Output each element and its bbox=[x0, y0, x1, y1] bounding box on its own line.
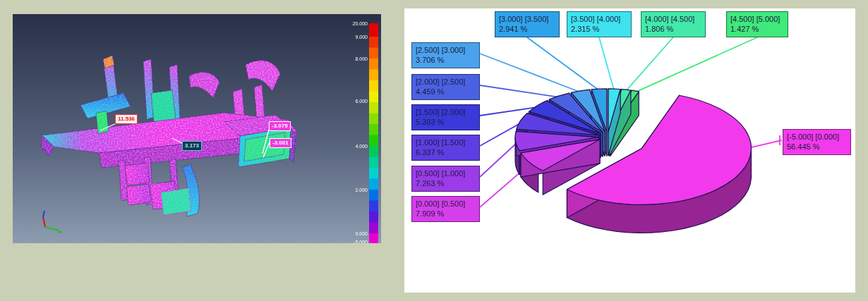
pie-label-range: [0.000] [0.500] bbox=[416, 199, 476, 209]
pie-label-percent: 1.427 % bbox=[730, 24, 784, 34]
deviation-distribution-chart-panel[interactable]: [4.500] [5.000]1.427 %[4.000] [4.500]1.8… bbox=[404, 8, 855, 293]
pie-label-[2.500] [3.000]: [2.500] [3.000]3.706 % bbox=[411, 42, 480, 68]
colorbar-tick-label: 4.000 bbox=[355, 144, 368, 149]
pie-label-percent: 2.941 % bbox=[499, 24, 555, 34]
pie-label-percent: 6.337 % bbox=[416, 147, 476, 157]
colorbar-tick-label: 8.000 bbox=[355, 56, 368, 61]
pie-label-range: [1.500] [2.000] bbox=[416, 107, 476, 117]
pie-label-[2.000] [2.500]: [2.000] [2.500]4.459 % bbox=[411, 74, 480, 100]
colorbar-tick-label: 9.000 bbox=[355, 35, 368, 39]
pie-label-range: [4.500] [5.000] bbox=[730, 14, 784, 24]
deviation-flag-3.173[interactable]: 3.173 bbox=[182, 141, 202, 151]
pie-label-range: [3.500] [4.000] bbox=[571, 14, 627, 24]
scanned-part-canvas: 20.0009.0008.0006.0004.0002.0000.000-5.0… bbox=[13, 14, 381, 243]
pie-label-percent: 56.445 % bbox=[787, 142, 847, 152]
pie-label-range: [1.000] [1.500] bbox=[416, 137, 476, 147]
pie-label-[-5.000] [0.000]: [-5.000] [0.000]56.445 % bbox=[783, 129, 851, 155]
pie-label-percent: 7.263 % bbox=[416, 178, 476, 188]
pie-label-percent: 1.806 % bbox=[645, 24, 701, 34]
colorbar-tick-label: 6.000 bbox=[355, 99, 368, 104]
pie-label-range: [2.000] [2.500] bbox=[416, 77, 476, 87]
coordinate-axes-icon bbox=[43, 211, 63, 233]
app-screenshot: { "page": { "background": "#cad0b5" }, "… bbox=[0, 0, 868, 301]
pie-label-percent: 3.706 % bbox=[416, 55, 476, 65]
pie-label-[4.000] [4.500]: [4.000] [4.500]1.806 % bbox=[641, 11, 706, 37]
pie-label-range: [2.500] [3.000] bbox=[416, 45, 476, 55]
pie-label-[1.000] [1.500]: [1.000] [1.500]6.337 % bbox=[411, 135, 480, 161]
pie-label-percent: 4.459 % bbox=[416, 87, 476, 97]
pie-label-range: [4.000] [4.500] bbox=[645, 14, 701, 24]
pie-label-[0.000] [0.500]: [0.000] [0.500]7.909 % bbox=[411, 196, 480, 222]
pie-label-[3.500] [4.000]: [3.500] [4.000]2.315 % bbox=[567, 11, 632, 37]
deviation-flag--3.075[interactable]: -3.075 bbox=[269, 121, 291, 131]
pie-label-percent: 5.393 % bbox=[416, 117, 476, 127]
pie-label-range: [0.500] [1.000] bbox=[416, 168, 476, 178]
deviation-3d-viewport[interactable]: 20.0009.0008.0006.0004.0002.0000.000-5.0… bbox=[13, 14, 381, 243]
pie-label-[4.500] [5.000]: [4.500] [5.000]1.427 % bbox=[726, 11, 788, 37]
pie-label-percent: 7.909 % bbox=[416, 209, 476, 219]
colorbar-tick-label: -5.000 bbox=[354, 240, 368, 244]
deviation-flag-11.536[interactable]: 11.536 bbox=[115, 114, 138, 124]
deviation-color-scale[interactable]: 20.0009.0008.0006.0004.0002.0000.000-5.0… bbox=[353, 21, 378, 244]
pie-label-range: [-5.000] [0.000] bbox=[787, 132, 847, 142]
colorbar-tick-label: 20.000 bbox=[353, 21, 368, 26]
pie-label-[0.500] [1.000]: [0.500] [1.000]7.263 % bbox=[411, 166, 480, 192]
deviation-flag--3.001[interactable]: -3.001 bbox=[270, 138, 291, 148]
pie-label-[1.500] [2.000]: [1.500] [2.000]5.393 % bbox=[411, 104, 480, 130]
colorbar-tick-label: 2.000 bbox=[355, 188, 368, 192]
colorbar-tick-label: 0.000 bbox=[355, 231, 368, 236]
pie-label-percent: 2.315 % bbox=[571, 24, 627, 34]
pie-label-range: [3.000] [3.500] bbox=[499, 14, 555, 24]
deviation-speckle-overlay bbox=[41, 56, 297, 216]
pie-label-[3.000] [3.500]: [3.000] [3.500]2.941 % bbox=[495, 11, 560, 37]
